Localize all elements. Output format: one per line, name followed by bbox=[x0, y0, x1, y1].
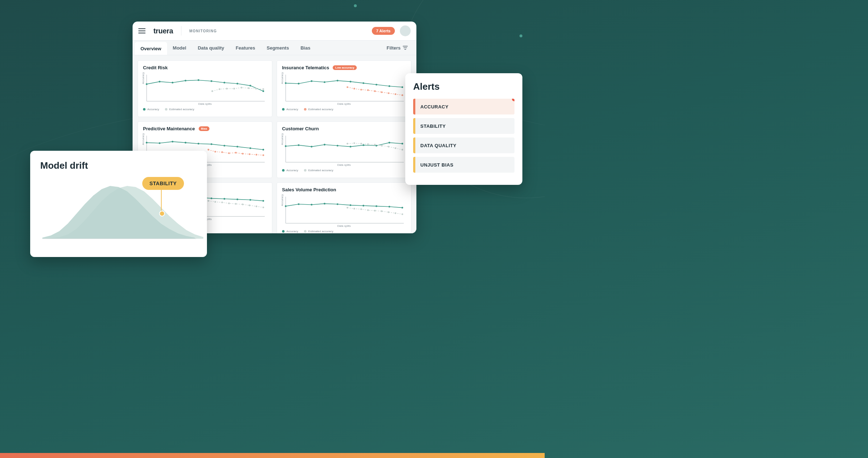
svg-point-110 bbox=[298, 203, 300, 205]
svg-point-17 bbox=[226, 88, 228, 90]
svg-point-30 bbox=[350, 81, 351, 83]
svg-point-13 bbox=[249, 85, 251, 87]
alert-row-accuracy[interactable]: ACCURACY bbox=[413, 99, 514, 114]
svg-point-113 bbox=[337, 203, 338, 205]
alert-row-unjust-bias[interactable]: UNJUST BIAS bbox=[413, 157, 514, 173]
svg-point-62 bbox=[249, 153, 250, 155]
svg-point-77 bbox=[347, 143, 348, 145]
svg-point-72 bbox=[350, 146, 351, 148]
chart-legend: AccuracyEstimated accuracy bbox=[282, 108, 406, 111]
filter-icon bbox=[403, 46, 408, 50]
tab-data-quality[interactable]: Data quality bbox=[192, 41, 230, 55]
tab-overview[interactable]: Overview bbox=[135, 42, 167, 55]
alert-label: ACCURACY bbox=[420, 104, 448, 109]
tabs-bar: Overview Model Data quality Features Seg… bbox=[133, 41, 416, 55]
alerts-list: ACCURACYSTABILITYDATA QUALITYUNJUST BIAS bbox=[413, 99, 514, 173]
app-header: truera MONITORING 7 Alerts bbox=[133, 22, 416, 41]
svg-point-16 bbox=[219, 88, 221, 90]
svg-point-31 bbox=[363, 82, 364, 84]
alerts-pill[interactable]: 7 Alerts bbox=[372, 27, 395, 35]
svg-point-68 bbox=[298, 144, 300, 146]
stability-marker-icon bbox=[159, 211, 165, 216]
svg-point-56 bbox=[208, 149, 209, 151]
alert-row-data-quality[interactable]: DATA QUALITY bbox=[413, 137, 514, 153]
svg-point-112 bbox=[324, 203, 326, 205]
tab-features[interactable]: Features bbox=[230, 41, 261, 55]
svg-point-46 bbox=[146, 142, 148, 144]
svg-point-50 bbox=[198, 143, 199, 145]
drift-title: Model drift bbox=[40, 160, 207, 171]
alert-indicator-icon bbox=[512, 99, 514, 101]
svg-point-63 bbox=[255, 154, 257, 156]
svg-point-34 bbox=[401, 86, 403, 88]
svg-point-36 bbox=[354, 88, 355, 90]
svg-point-42 bbox=[394, 93, 396, 95]
filters-button[interactable]: Filters bbox=[380, 41, 414, 55]
model-card[interactable]: Sales Volume PredictionAccuracyData spli… bbox=[277, 182, 411, 233]
avatar[interactable] bbox=[400, 25, 411, 36]
svg-point-121 bbox=[360, 208, 362, 210]
svg-point-12 bbox=[236, 83, 238, 85]
svg-point-109 bbox=[285, 205, 287, 207]
svg-point-94 bbox=[223, 198, 225, 200]
alert-label: STABILITY bbox=[420, 123, 446, 129]
section-label: MONITORING bbox=[189, 29, 217, 33]
svg-point-106 bbox=[262, 206, 264, 208]
svg-point-101 bbox=[228, 202, 230, 204]
brand-logo: truera bbox=[153, 27, 173, 35]
card-title: Credit Risk bbox=[143, 65, 168, 70]
svg-point-61 bbox=[242, 153, 244, 155]
tab-bias[interactable]: Bias bbox=[295, 41, 316, 55]
alert-label: DATA QUALITY bbox=[420, 143, 456, 148]
svg-point-99 bbox=[214, 201, 216, 203]
svg-point-55 bbox=[262, 149, 264, 151]
chart-legend: AccuracyEstimated accuracy bbox=[282, 169, 406, 172]
svg-point-79 bbox=[360, 143, 362, 145]
svg-point-70 bbox=[324, 144, 326, 146]
svg-point-33 bbox=[388, 85, 390, 87]
svg-point-100 bbox=[221, 201, 223, 203]
svg-point-84 bbox=[394, 147, 396, 149]
svg-point-57 bbox=[214, 151, 216, 153]
svg-point-78 bbox=[354, 142, 355, 144]
svg-point-124 bbox=[381, 210, 383, 212]
stability-badge[interactable]: STABILITY bbox=[142, 177, 184, 190]
svg-point-59 bbox=[228, 152, 230, 154]
svg-point-37 bbox=[360, 89, 362, 90]
svg-point-25 bbox=[285, 82, 287, 84]
svg-point-115 bbox=[363, 205, 364, 207]
svg-point-20 bbox=[248, 87, 250, 89]
tab-segments[interactable]: Segments bbox=[261, 41, 295, 55]
svg-point-26 bbox=[298, 83, 300, 85]
svg-point-97 bbox=[262, 200, 264, 202]
svg-point-81 bbox=[374, 144, 376, 146]
svg-point-11 bbox=[223, 82, 225, 84]
svg-point-9 bbox=[198, 79, 199, 81]
svg-point-53 bbox=[236, 146, 238, 148]
model-card[interactable]: Customer ChurnAccuracyData splitsAccurac… bbox=[277, 121, 411, 178]
svg-point-96 bbox=[249, 199, 251, 201]
model-card[interactable]: Credit RiskAccuracyData splitsAccuracyEs… bbox=[138, 60, 272, 117]
svg-point-122 bbox=[367, 209, 369, 211]
svg-point-85 bbox=[401, 149, 403, 151]
svg-point-114 bbox=[350, 204, 351, 206]
svg-point-111 bbox=[311, 204, 313, 206]
model-card[interactable]: Insurance TelematicsLow accuracyAccuracy… bbox=[277, 60, 411, 117]
svg-point-75 bbox=[388, 142, 390, 144]
svg-point-127 bbox=[401, 213, 403, 215]
svg-point-95 bbox=[236, 198, 238, 200]
alert-row-stability[interactable]: STABILITY bbox=[413, 118, 514, 134]
svg-point-80 bbox=[367, 143, 369, 145]
card-badge: Low accuracy bbox=[333, 65, 357, 70]
svg-point-104 bbox=[249, 205, 250, 206]
svg-point-73 bbox=[363, 144, 364, 146]
svg-point-54 bbox=[249, 147, 251, 149]
svg-point-123 bbox=[374, 210, 376, 212]
menu-icon[interactable] bbox=[138, 28, 146, 33]
svg-point-58 bbox=[221, 151, 223, 153]
card-title: Predictive Maintenance bbox=[143, 126, 195, 131]
tab-model[interactable]: Model bbox=[167, 41, 192, 55]
svg-point-40 bbox=[381, 91, 383, 93]
card-title: Insurance Telematics bbox=[282, 65, 329, 70]
svg-point-48 bbox=[172, 141, 174, 142]
